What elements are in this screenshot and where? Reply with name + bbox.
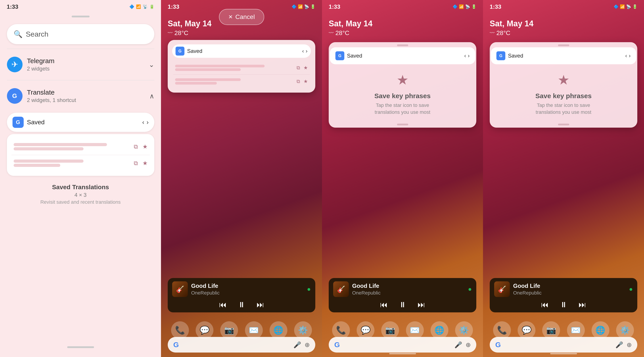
translate-chevron-up-icon[interactable]: ∧: [150, 92, 154, 100]
copy-icon-2[interactable]: ⧉: [134, 160, 138, 167]
next-button-p2[interactable]: ⏭: [256, 300, 264, 309]
album-art-p3: 🎸: [333, 281, 349, 297]
lens-icon-p3[interactable]: ⊕: [466, 341, 471, 349]
telegram-chevron-down-icon[interactable]: ⌄: [149, 61, 154, 68]
bt-icon-p4: 🔷: [614, 4, 618, 9]
search-icon: 🔍: [14, 30, 22, 38]
search-bar[interactable]: 🔍 Search: [7, 24, 154, 44]
dock-camera-p3[interactable]: 📷: [381, 321, 399, 339]
music-top-p4: 🎸 Good Life OneRepublic ●: [494, 281, 633, 297]
row-line-2a: [175, 78, 241, 81]
dock-p2: 📞 💬 📷 ✉️ 🌐 ⚙️: [168, 321, 315, 339]
dock-camera-p2[interactable]: 📷: [220, 321, 238, 339]
dock-gmail-p4[interactable]: ✉️: [567, 321, 585, 339]
translate-subtitle: 2 widgets, 1 shortcut: [27, 97, 76, 103]
mic-icon-p4[interactable]: 🎤: [616, 341, 623, 349]
star-icon-p2-1[interactable]: ★: [304, 65, 308, 71]
save-widget-body-p4: ★ Save key phrases Tap the star icon to …: [491, 65, 636, 122]
signal-icon-p4: 📡: [626, 4, 631, 9]
save-widget-header-p4: G Saved ‹ ›: [491, 47, 636, 64]
prev-button-p2[interactable]: ⏮: [219, 300, 227, 309]
translate-app-icon: G: [7, 88, 22, 104]
mini-translate-icon-p2: G: [176, 47, 184, 55]
lens-icon-p2[interactable]: ⊕: [304, 341, 310, 349]
signal-icon-p3: 📡: [465, 4, 470, 9]
mic-icon-p3[interactable]: 🎤: [454, 341, 462, 349]
copy-icon-1[interactable]: ⧉: [134, 143, 138, 150]
line-placeholder-2: [14, 147, 84, 150]
weather-p3: 〰 28°C: [329, 29, 476, 36]
line-placeholder-1: [14, 143, 107, 146]
telegram-name: Telegram: [27, 57, 54, 65]
track-info-p4: Good Life OneRepublic: [513, 283, 629, 296]
widget-prev-p3[interactable]: ‹: [464, 53, 466, 59]
widget-nav-p4: ‹ ›: [625, 53, 630, 59]
status-icons-p4: 🔷 📶 📡 🔋: [614, 4, 637, 9]
widget-label-p1: Saved: [27, 119, 142, 126]
panel-cancel-drag: 1:33 🔷 📶 📡 🔋 ✕ Cancel Sat, May 14 〰 28°C…: [161, 0, 322, 357]
mini-next-arrow-p2[interactable]: ›: [306, 48, 308, 54]
google-bar-p2[interactable]: G 🎤 ⊕: [168, 337, 315, 353]
status-bar-p1: 1:33 🔷 📶 📡 🔋: [0, 0, 161, 13]
prev-button-p4[interactable]: ⏮: [541, 300, 549, 309]
google-bar-p3[interactable]: G 🎤 ⊕: [329, 337, 476, 353]
pause-button-p2[interactable]: ⏸: [238, 300, 246, 309]
saved-item-row-1: ⧉ ★: [12, 139, 150, 155]
spotify-icon-p3: ●: [468, 286, 472, 293]
bluetooth-icon: 🔷: [129, 4, 134, 9]
dock-settings-p3[interactable]: ⚙️: [455, 321, 473, 339]
mic-icon-p2[interactable]: 🎤: [294, 341, 301, 349]
widget-top-nub-p3: [397, 44, 408, 46]
row-line-2b: [175, 82, 217, 84]
dock-settings-p4[interactable]: ⚙️: [616, 321, 634, 339]
dock-sms-p2[interactable]: 💬: [196, 321, 214, 339]
widget-info-section: Saved Translations 4 × 3 Revisit saved a…: [40, 184, 121, 205]
save-desc-p4: Tap the star icon to save translations y…: [532, 102, 595, 116]
pause-button-p4[interactable]: ⏸: [560, 300, 568, 309]
dock-gmail-p2[interactable]: ✉️: [245, 321, 263, 339]
wifi-icon-p4: 📶: [620, 4, 625, 9]
widget-nav-arrows: ‹ ›: [142, 119, 149, 126]
pause-button-p3[interactable]: ⏸: [399, 300, 406, 309]
lens-icon-p4[interactable]: ⊕: [626, 341, 632, 349]
drag-handle-p1[interactable]: [72, 16, 90, 17]
star-icon-p2-2[interactable]: ★: [304, 78, 308, 84]
translate-icon-p4: G: [496, 51, 505, 60]
dock-chrome-p3[interactable]: 🌐: [430, 321, 448, 339]
widget-prev-p4[interactable]: ‹: [625, 53, 627, 59]
dock-chrome-p2[interactable]: 🌐: [270, 321, 288, 339]
star-icon-1[interactable]: ★: [142, 143, 148, 150]
next-button-p3[interactable]: ⏭: [418, 300, 425, 309]
dock-sms-p4[interactable]: 💬: [518, 321, 536, 339]
save-title-p4: Save key phrases: [536, 92, 592, 100]
cancel-label: Cancel: [235, 13, 255, 20]
dock-chrome-p4[interactable]: 🌐: [592, 321, 610, 339]
widget-next-arrow[interactable]: ›: [146, 119, 148, 126]
dock-phone-p4[interactable]: 📞: [493, 321, 511, 339]
widget-info-title: Saved Translations: [40, 184, 121, 191]
widget-next-p4[interactable]: ›: [629, 53, 630, 59]
dock-phone-p2[interactable]: 📞: [171, 321, 189, 339]
widget-inner-header-p2: G Saved ‹ ›: [172, 44, 311, 58]
widget-nav-p3: ‹ ›: [464, 53, 470, 59]
app-item-telegram[interactable]: ✈ Telegram 2 widgets ⌄: [7, 52, 154, 77]
copy-icon-p2-1[interactable]: ⧉: [296, 65, 300, 71]
battery-icon: 🔋: [150, 4, 154, 9]
widget-prev-arrow[interactable]: ‹: [142, 119, 144, 126]
dock-camera-p4[interactable]: 📷: [542, 321, 560, 339]
google-bar-p4[interactable]: G 🎤 ⊕: [490, 337, 637, 353]
dock-phone-p3[interactable]: 📞: [332, 321, 350, 339]
widget-info-desc: Revisit saved and recent translations: [40, 199, 121, 205]
prev-button-p3[interactable]: ⏮: [380, 300, 388, 309]
copy-icon-p2-2[interactable]: ⧉: [296, 78, 300, 84]
app-item-translate[interactable]: G Translate 2 widgets, 1 shortcut ∧: [7, 84, 154, 108]
dock-gmail-p3[interactable]: ✉️: [406, 321, 424, 339]
star-large-icon-p4: ★: [558, 72, 570, 88]
dock-settings-p2[interactable]: ⚙️: [294, 321, 312, 339]
star-icon-2[interactable]: ★: [142, 160, 148, 167]
mini-prev-arrow-p2[interactable]: ‹: [302, 48, 304, 54]
cancel-button[interactable]: ✕ Cancel: [219, 9, 264, 25]
widget-next-p3[interactable]: ›: [468, 53, 470, 59]
dock-sms-p3[interactable]: 💬: [356, 321, 374, 339]
next-button-p4[interactable]: ⏭: [578, 300, 586, 309]
